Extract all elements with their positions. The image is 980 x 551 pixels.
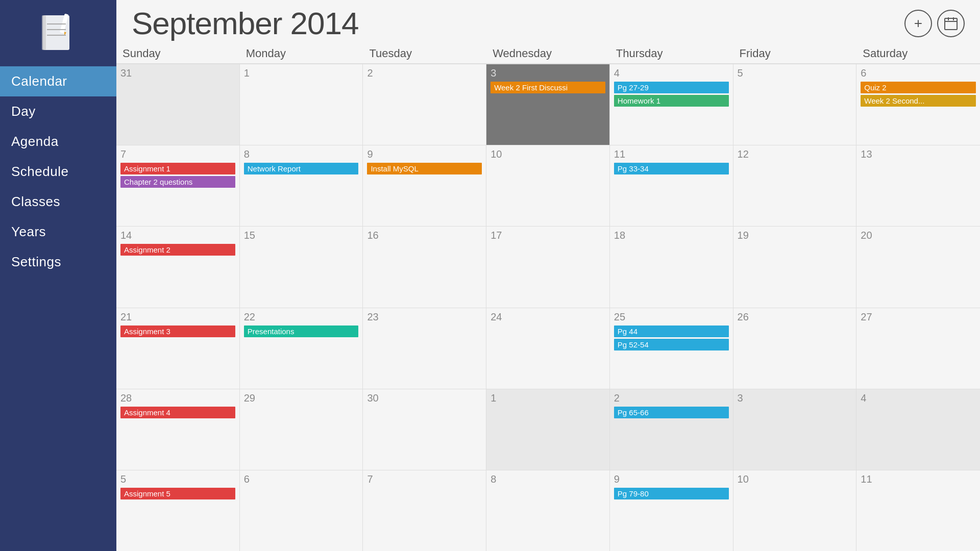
day-cell-w0d0[interactable]: 31: [116, 64, 240, 145]
day-cell-w4d5[interactable]: 3: [733, 389, 857, 470]
event-w3d4-1[interactable]: Pg 52-54: [614, 339, 729, 350]
day-cell-w1d2[interactable]: 9Install MySQL: [363, 145, 486, 226]
day-num-w0d4: 4: [614, 67, 729, 79]
day-cell-w3d6[interactable]: 27: [856, 308, 980, 389]
day-cell-w5d4[interactable]: 9Pg 79-80: [610, 470, 733, 551]
week-row-2: 14Assignment 2151617181920: [116, 226, 980, 307]
day-cell-w4d3[interactable]: 1: [486, 389, 610, 470]
day-cell-w5d1[interactable]: 6: [240, 470, 363, 551]
day-cell-w5d0[interactable]: 5Assignment 5: [116, 470, 240, 551]
week-row-5: 5Assignment 56789Pg 79-801011: [116, 470, 980, 551]
day-num-w2d4: 18: [614, 230, 729, 241]
day-num-w0d1: 1: [244, 67, 359, 79]
svg-rect-1: [42, 15, 46, 50]
day-cell-w4d2[interactable]: 30: [363, 389, 486, 470]
calendar-header: September 2014 +: [116, 0, 980, 44]
day-cell-w2d2[interactable]: 16: [363, 227, 486, 307]
day-num-w5d3: 8: [491, 473, 605, 485]
event-w3d0-0[interactable]: Assignment 3: [120, 325, 235, 337]
nav-calendar[interactable]: Calendar: [0, 66, 116, 96]
day-cell-w0d3[interactable]: 3Week 2 First Discussi: [486, 64, 610, 145]
day-cell-w1d0[interactable]: 7Assignment 1Chapter 2 questions: [116, 145, 240, 226]
nav-years[interactable]: Years: [0, 217, 116, 247]
day-num-w2d0: 14: [120, 230, 235, 241]
day-cell-w3d2[interactable]: 23: [363, 308, 486, 389]
event-w5d0-0[interactable]: Assignment 5: [120, 488, 235, 499]
day-cell-w5d3[interactable]: 8: [486, 470, 610, 551]
header-thursday: Thursday: [610, 44, 733, 63]
day-cell-w2d1[interactable]: 15: [240, 227, 363, 307]
day-num-w4d6: 4: [861, 392, 976, 404]
nav-day[interactable]: Day: [0, 96, 116, 127]
day-cell-w0d2[interactable]: 2: [363, 64, 486, 145]
day-cell-w1d5[interactable]: 12: [733, 145, 857, 226]
day-cell-w4d0[interactable]: 28Assignment 4: [116, 389, 240, 470]
event-w0d3-0[interactable]: Week 2 First Discussi: [491, 82, 605, 93]
day-cell-w2d6[interactable]: 20: [856, 227, 980, 307]
day-num-w5d0: 5: [120, 473, 235, 485]
event-w1d0-1[interactable]: Chapter 2 questions: [120, 176, 235, 188]
day-cell-w5d6[interactable]: 11: [856, 470, 980, 551]
day-cell-w3d1[interactable]: 22Presentations: [240, 308, 363, 389]
day-cell-w0d5[interactable]: 5: [733, 64, 857, 145]
day-num-w4d1: 29: [244, 392, 359, 404]
event-w4d4-0[interactable]: Pg 65-66: [614, 407, 729, 418]
event-w3d1-0[interactable]: Presentations: [244, 325, 359, 337]
day-num-w0d6: 6: [861, 67, 976, 79]
day-cell-w0d6[interactable]: 6Quiz 2Week 2 Second...: [856, 64, 980, 145]
header-friday: Friday: [733, 44, 857, 63]
event-w3d4-0[interactable]: Pg 44: [614, 325, 729, 337]
day-cell-w3d3[interactable]: 24: [486, 308, 610, 389]
day-cell-w5d5[interactable]: 10: [733, 470, 857, 551]
event-w0d6-0[interactable]: Quiz 2: [861, 82, 976, 93]
day-cell-w4d4[interactable]: 2Pg 65-66: [610, 389, 733, 470]
day-cell-w0d1[interactable]: 1: [240, 64, 363, 145]
day-cell-w3d0[interactable]: 21Assignment 3: [116, 308, 240, 389]
add-event-button[interactable]: +: [904, 10, 932, 37]
event-w1d2-0[interactable]: Install MySQL: [367, 163, 482, 174]
event-w2d0-0[interactable]: Assignment 2: [120, 244, 235, 256]
week-row-1: 7Assignment 1Chapter 2 questions8Network…: [116, 145, 980, 226]
day-cell-w4d1[interactable]: 29: [240, 389, 363, 470]
day-cell-w2d4[interactable]: 18: [610, 227, 733, 307]
header-tuesday: Tuesday: [363, 44, 486, 63]
day-cell-w2d5[interactable]: 19: [733, 227, 857, 307]
day-cell-w3d5[interactable]: 26: [733, 308, 857, 389]
header-saturday: Saturday: [856, 44, 980, 63]
calendar-view-button[interactable]: [937, 10, 965, 37]
day-num-w0d2: 2: [367, 67, 482, 79]
nav-agenda[interactable]: Agenda: [0, 127, 116, 157]
header-buttons: +: [904, 10, 965, 37]
header-sunday: Sunday: [116, 44, 240, 63]
day-num-w4d0: 28: [120, 392, 235, 404]
day-cell-w3d4[interactable]: 25Pg 44Pg 52-54: [610, 308, 733, 389]
day-num-w2d6: 20: [861, 230, 976, 241]
nav-classes[interactable]: Classes: [0, 187, 116, 217]
event-w4d0-0[interactable]: Assignment 4: [120, 407, 235, 418]
event-w5d4-0[interactable]: Pg 79-80: [614, 488, 729, 499]
day-cell-w1d1[interactable]: 8Network Report: [240, 145, 363, 226]
day-num-w0d5: 5: [738, 67, 852, 79]
day-num-w3d4: 25: [614, 311, 729, 323]
event-w0d4-0[interactable]: Pg 27-29: [614, 82, 729, 93]
day-cell-w1d3[interactable]: 10: [486, 145, 610, 226]
event-w1d4-0[interactable]: Pg 33-34: [614, 163, 729, 174]
app-logo: [35, 10, 81, 56]
event-w1d0-0[interactable]: Assignment 1: [120, 163, 235, 174]
day-num-w4d4: 2: [614, 392, 729, 404]
day-cell-w5d2[interactable]: 7: [363, 470, 486, 551]
event-w1d1-0[interactable]: Network Report: [244, 163, 359, 174]
day-cell-w1d4[interactable]: 11Pg 33-34: [610, 145, 733, 226]
event-w0d6-1[interactable]: Week 2 Second...: [861, 95, 976, 107]
nav-settings[interactable]: Settings: [0, 247, 116, 277]
day-num-w3d2: 23: [367, 311, 482, 323]
day-cell-w0d4[interactable]: 4Pg 27-29Homework 1: [610, 64, 733, 145]
day-cell-w1d6[interactable]: 13: [856, 145, 980, 226]
nav-schedule[interactable]: Schedule: [0, 157, 116, 187]
day-cell-w2d3[interactable]: 17: [486, 227, 610, 307]
day-num-w3d1: 22: [244, 311, 359, 323]
day-cell-w2d0[interactable]: 14Assignment 2: [116, 227, 240, 307]
day-num-w3d6: 27: [861, 311, 976, 323]
day-cell-w4d6[interactable]: 4: [856, 389, 980, 470]
event-w0d4-1[interactable]: Homework 1: [614, 95, 729, 107]
